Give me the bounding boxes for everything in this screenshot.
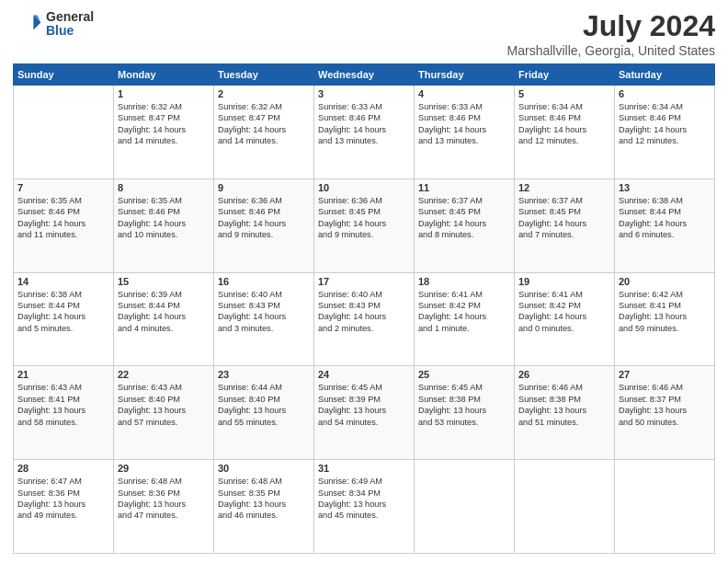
day-info: Sunrise: 6:36 AMSunset: 8:46 PMDaylight:… xyxy=(218,195,310,241)
logo-general: General xyxy=(46,10,94,24)
day-info: Sunrise: 6:47 AMSunset: 8:36 PMDaylight:… xyxy=(17,476,109,522)
day-info: Sunrise: 6:40 AMSunset: 8:43 PMDaylight:… xyxy=(218,289,310,335)
main-title: July 2024 xyxy=(507,9,715,43)
calendar-cell xyxy=(14,86,114,179)
calendar-cell: 22Sunrise: 6:43 AMSunset: 8:40 PMDayligh… xyxy=(114,366,214,460)
day-info: Sunrise: 6:42 AMSunset: 8:41 PMDaylight:… xyxy=(619,289,711,335)
calendar-cell: 4Sunrise: 6:33 AMSunset: 8:46 PMDaylight… xyxy=(415,86,515,179)
calendar-body: 1Sunrise: 6:32 AMSunset: 8:47 PMDaylight… xyxy=(14,86,715,554)
day-info: Sunrise: 6:45 AMSunset: 8:39 PMDaylight:… xyxy=(318,382,410,428)
weekday-header: Monday xyxy=(114,64,214,86)
day-number: 2 xyxy=(218,88,310,99)
day-info: Sunrise: 6:44 AMSunset: 8:40 PMDaylight:… xyxy=(218,382,310,428)
day-number: 27 xyxy=(619,369,711,380)
day-info: Sunrise: 6:33 AMSunset: 8:46 PMDaylight:… xyxy=(318,101,410,147)
calendar-cell: 23Sunrise: 6:44 AMSunset: 8:40 PMDayligh… xyxy=(214,366,314,460)
calendar-cell: 30Sunrise: 6:48 AMSunset: 8:35 PMDayligh… xyxy=(214,460,314,554)
calendar-cell: 12Sunrise: 6:37 AMSunset: 8:45 PMDayligh… xyxy=(515,178,615,272)
calendar-cell xyxy=(415,460,515,554)
calendar-cell: 19Sunrise: 6:41 AMSunset: 8:42 PMDayligh… xyxy=(515,272,615,366)
day-info: Sunrise: 6:43 AMSunset: 8:40 PMDaylight:… xyxy=(118,382,210,428)
day-info: Sunrise: 6:43 AMSunset: 8:41 PMDaylight:… xyxy=(17,382,109,428)
calendar-cell: 21Sunrise: 6:43 AMSunset: 8:41 PMDayligh… xyxy=(14,366,114,460)
title-block: July 2024 Marshallville, Georgia, United… xyxy=(507,9,715,58)
day-info: Sunrise: 6:39 AMSunset: 8:44 PMDaylight:… xyxy=(118,289,210,335)
calendar-cell: 17Sunrise: 6:40 AMSunset: 8:43 PMDayligh… xyxy=(314,272,415,366)
calendar-cell: 10Sunrise: 6:36 AMSunset: 8:45 PMDayligh… xyxy=(314,178,415,272)
day-info: Sunrise: 6:48 AMSunset: 8:35 PMDaylight:… xyxy=(218,476,310,522)
day-number: 5 xyxy=(518,88,610,99)
calendar-cell: 18Sunrise: 6:41 AMSunset: 8:42 PMDayligh… xyxy=(415,272,515,366)
day-number: 1 xyxy=(118,88,210,99)
day-number: 26 xyxy=(518,369,610,380)
calendar-cell: 9Sunrise: 6:36 AMSunset: 8:46 PMDaylight… xyxy=(214,178,314,272)
calendar-cell: 14Sunrise: 6:38 AMSunset: 8:44 PMDayligh… xyxy=(14,272,114,366)
day-info: Sunrise: 6:40 AMSunset: 8:43 PMDaylight:… xyxy=(318,289,410,335)
calendar-cell: 28Sunrise: 6:47 AMSunset: 8:36 PMDayligh… xyxy=(14,460,114,554)
calendar-cell: 27Sunrise: 6:46 AMSunset: 8:37 PMDayligh… xyxy=(615,366,715,460)
weekday-header: Sunday xyxy=(14,64,114,86)
calendar-cell: 11Sunrise: 6:37 AMSunset: 8:45 PMDayligh… xyxy=(415,178,515,272)
calendar-week-row: 28Sunrise: 6:47 AMSunset: 8:36 PMDayligh… xyxy=(14,460,715,554)
day-number: 23 xyxy=(218,369,310,380)
day-number: 13 xyxy=(619,182,711,193)
calendar-cell: 25Sunrise: 6:45 AMSunset: 8:38 PMDayligh… xyxy=(415,366,515,460)
calendar-week-row: 21Sunrise: 6:43 AMSunset: 8:41 PMDayligh… xyxy=(14,366,715,460)
calendar-cell: 26Sunrise: 6:46 AMSunset: 8:38 PMDayligh… xyxy=(515,366,615,460)
day-info: Sunrise: 6:38 AMSunset: 8:44 PMDaylight:… xyxy=(17,289,109,335)
logo-text: General Blue xyxy=(46,10,94,39)
day-info: Sunrise: 6:45 AMSunset: 8:38 PMDaylight:… xyxy=(418,382,510,428)
day-info: Sunrise: 6:34 AMSunset: 8:46 PMDaylight:… xyxy=(619,101,711,147)
day-number: 4 xyxy=(418,88,510,99)
day-number: 21 xyxy=(17,369,109,380)
day-number: 15 xyxy=(118,276,210,287)
calendar-cell: 5Sunrise: 6:34 AMSunset: 8:46 PMDaylight… xyxy=(515,86,615,179)
day-info: Sunrise: 6:38 AMSunset: 8:44 PMDaylight:… xyxy=(619,195,711,241)
day-info: Sunrise: 6:41 AMSunset: 8:42 PMDaylight:… xyxy=(418,289,510,335)
day-info: Sunrise: 6:32 AMSunset: 8:47 PMDaylight:… xyxy=(218,101,310,147)
weekday-header: Tuesday xyxy=(214,64,314,86)
day-number: 17 xyxy=(318,276,410,287)
day-info: Sunrise: 6:46 AMSunset: 8:38 PMDaylight:… xyxy=(518,382,610,428)
day-number: 12 xyxy=(518,182,610,193)
weekday-header: Friday xyxy=(515,64,615,86)
day-number: 24 xyxy=(318,369,410,380)
calendar-cell: 29Sunrise: 6:48 AMSunset: 8:36 PMDayligh… xyxy=(114,460,214,554)
logo-blue: Blue xyxy=(46,24,94,38)
calendar-cell: 7Sunrise: 6:35 AMSunset: 8:46 PMDaylight… xyxy=(14,178,114,272)
day-number: 14 xyxy=(17,276,109,287)
calendar-cell: 8Sunrise: 6:35 AMSunset: 8:46 PMDaylight… xyxy=(114,178,214,272)
day-number: 3 xyxy=(318,88,410,99)
page: General Blue July 2024 Marshallville, Ge… xyxy=(0,0,728,563)
calendar-cell: 31Sunrise: 6:49 AMSunset: 8:34 PMDayligh… xyxy=(314,460,415,554)
calendar-cell: 3Sunrise: 6:33 AMSunset: 8:46 PMDaylight… xyxy=(314,86,415,179)
calendar-week-row: 7Sunrise: 6:35 AMSunset: 8:46 PMDaylight… xyxy=(14,178,715,272)
logo: General Blue xyxy=(13,9,94,39)
day-info: Sunrise: 6:33 AMSunset: 8:46 PMDaylight:… xyxy=(418,101,510,147)
day-number: 28 xyxy=(17,463,109,474)
calendar-week-row: 14Sunrise: 6:38 AMSunset: 8:44 PMDayligh… xyxy=(14,272,715,366)
calendar-cell: 1Sunrise: 6:32 AMSunset: 8:47 PMDaylight… xyxy=(114,86,214,179)
day-info: Sunrise: 6:41 AMSunset: 8:42 PMDaylight:… xyxy=(518,289,610,335)
calendar-cell: 16Sunrise: 6:40 AMSunset: 8:43 PMDayligh… xyxy=(214,272,314,366)
day-number: 7 xyxy=(17,182,109,193)
calendar-cell: 20Sunrise: 6:42 AMSunset: 8:41 PMDayligh… xyxy=(615,272,715,366)
day-number: 22 xyxy=(118,369,210,380)
day-info: Sunrise: 6:37 AMSunset: 8:45 PMDaylight:… xyxy=(518,195,610,241)
day-info: Sunrise: 6:35 AMSunset: 8:46 PMDaylight:… xyxy=(118,195,210,241)
weekday-header-row: SundayMondayTuesdayWednesdayThursdayFrid… xyxy=(14,64,715,86)
day-number: 29 xyxy=(118,463,210,474)
calendar-cell: 15Sunrise: 6:39 AMSunset: 8:44 PMDayligh… xyxy=(114,272,214,366)
weekday-header: Saturday xyxy=(615,64,715,86)
day-number: 19 xyxy=(518,276,610,287)
calendar-cell xyxy=(515,460,615,554)
day-info: Sunrise: 6:37 AMSunset: 8:45 PMDaylight:… xyxy=(418,195,510,241)
day-number: 16 xyxy=(218,276,310,287)
day-number: 30 xyxy=(218,463,310,474)
day-number: 20 xyxy=(619,276,711,287)
weekday-header: Wednesday xyxy=(314,64,415,86)
day-number: 31 xyxy=(318,463,410,474)
calendar-cell: 6Sunrise: 6:34 AMSunset: 8:46 PMDaylight… xyxy=(615,86,715,179)
logo-icon xyxy=(13,9,42,39)
header: General Blue July 2024 Marshallville, Ge… xyxy=(13,9,715,58)
